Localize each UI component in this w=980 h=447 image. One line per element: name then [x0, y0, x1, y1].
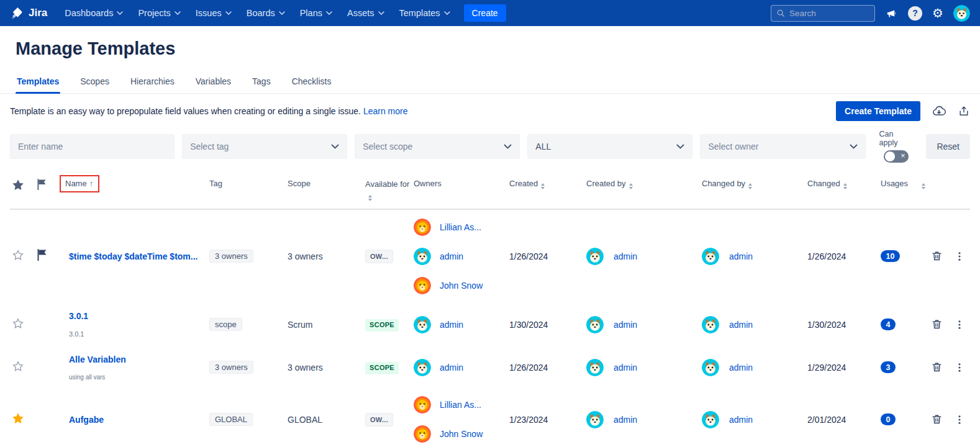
changed-by-avatar — [702, 359, 719, 376]
tab-tags[interactable]: Tags — [251, 73, 272, 93]
owner-link[interactable]: admin — [440, 363, 463, 372]
table-row: Alle Variablen using all vars 3 owners 3… — [10, 346, 970, 389]
tab-checklists[interactable]: Checklists — [291, 73, 333, 93]
nav-plans[interactable]: Plans — [300, 8, 332, 18]
learn-more-link[interactable]: Learn more — [363, 106, 408, 116]
available-for-column-header[interactable]: Available for — [365, 179, 409, 189]
global-search[interactable] — [771, 5, 875, 22]
tab-templates[interactable]: Templates — [16, 73, 60, 93]
announcement-icon[interactable] — [885, 7, 898, 19]
user-avatar[interactable] — [953, 5, 970, 22]
sort-ascending-icon: ↑ — [89, 179, 93, 188]
tag-column-header: Tag — [209, 179, 222, 188]
star-icon[interactable] — [12, 364, 24, 374]
tab-scopes[interactable]: Scopes — [79, 73, 111, 93]
jira-logo[interactable]: Jira — [10, 6, 47, 20]
star-icon[interactable] — [12, 253, 24, 263]
template-name-link[interactable]: $time $today $dateTime $tom... — [69, 251, 209, 261]
created-by-link[interactable]: admin — [614, 320, 637, 330]
owner-link[interactable]: Lillian As... — [440, 222, 481, 232]
changed-by-avatar — [702, 411, 719, 428]
tag-chip: scope — [209, 318, 242, 331]
changed-by-link[interactable]: admin — [729, 363, 753, 372]
nav-projects[interactable]: Projects — [138, 8, 180, 18]
changed-column-header[interactable]: Changed — [807, 179, 840, 188]
tab-variables[interactable]: Variables — [194, 73, 232, 93]
delete-button[interactable] — [931, 318, 943, 330]
create-button[interactable]: Create — [464, 4, 506, 22]
more-actions-button[interactable] — [954, 362, 965, 373]
available-for-badge: OW... — [365, 250, 393, 263]
table-header-row: Name↑ Tag Scope Available for Owners Cre… — [10, 171, 970, 210]
changed-by-avatar — [702, 248, 719, 265]
description-row: Template is an easy way to prepopulate f… — [10, 101, 970, 121]
usages-badge: 3 — [881, 361, 896, 373]
settings-gear-icon[interactable]: ⚙ — [932, 7, 943, 19]
owner-link[interactable]: admin — [440, 320, 463, 330]
star-column-header-icon[interactable] — [12, 184, 24, 193]
template-name-link[interactable]: Alle Variablen — [69, 354, 209, 364]
changed-by-column-header[interactable]: Changed by — [702, 179, 745, 188]
flag-icon[interactable] — [37, 252, 47, 263]
template-name-link[interactable]: 3.0.1 — [69, 311, 209, 321]
changed-by-avatar — [702, 316, 719, 333]
nav-boards[interactable]: Boards — [247, 8, 285, 18]
owner-avatar — [414, 248, 431, 265]
name-filter-input[interactable] — [18, 142, 166, 151]
owner-avatar — [414, 425, 431, 443]
available-filter-select[interactable]: ALL — [527, 134, 692, 159]
table-row: $time $today $dateTime $tom... 3 owners … — [10, 210, 970, 303]
usages-column-header[interactable]: Usages — [881, 179, 908, 188]
name-filter[interactable] — [10, 134, 175, 159]
reset-button[interactable]: Reset — [926, 134, 970, 159]
nav-issues[interactable]: Issues — [196, 8, 232, 18]
export-icon[interactable] — [958, 104, 970, 118]
search-input[interactable] — [789, 9, 869, 18]
owner: admin — [414, 248, 509, 265]
more-actions-button[interactable] — [954, 251, 965, 262]
more-actions-button[interactable] — [954, 319, 965, 330]
chevron-down-icon — [444, 11, 450, 15]
created-by-avatar — [586, 411, 604, 428]
import-cloud-icon[interactable] — [932, 104, 946, 118]
created-column-header[interactable]: Created — [509, 179, 538, 188]
chevron-down-icon — [117, 11, 123, 15]
chevron-down-icon — [676, 144, 684, 149]
flag-column-header-icon[interactable] — [37, 183, 47, 192]
more-actions-button[interactable] — [954, 414, 965, 425]
delete-button[interactable] — [931, 413, 943, 425]
star-icon[interactable] — [12, 416, 24, 427]
available-for-badge: SCOPE — [365, 362, 399, 374]
changed-date: 2/01/2024 — [807, 415, 846, 425]
changed-by-link[interactable]: admin — [729, 415, 753, 425]
nav-templates[interactable]: Templates — [399, 8, 450, 18]
created-by-link[interactable]: admin — [614, 415, 637, 425]
created-by-column-header[interactable]: Created by — [586, 179, 626, 188]
create-template-button[interactable]: Create Template — [836, 101, 920, 121]
can-apply-toggle[interactable]: × — [884, 150, 909, 163]
created-by-link[interactable]: admin — [614, 251, 637, 261]
created-by-link[interactable]: admin — [614, 363, 637, 372]
scope-filter-select[interactable]: Select scope — [355, 134, 520, 159]
delete-button[interactable] — [931, 361, 943, 373]
page-description: Template is an easy way to prepopulate f… — [10, 106, 407, 116]
created-date: 1/30/2024 — [509, 320, 548, 330]
owner-link[interactable]: John Snow — [440, 429, 483, 439]
tab-hierarchies[interactable]: Hierarchies — [129, 73, 176, 93]
template-name-link[interactable]: Aufgabe — [69, 415, 209, 425]
owner-filter-select[interactable]: Select owner — [700, 134, 865, 159]
nav-assets[interactable]: Assets — [347, 8, 384, 18]
changed-by-link[interactable]: admin — [729, 251, 753, 261]
nav-dashboards[interactable]: Dashboards — [65, 8, 123, 18]
chevron-down-icon — [279, 11, 285, 15]
available-for-badge: OW... — [365, 413, 393, 427]
owner-link[interactable]: John Snow — [440, 281, 483, 291]
delete-button[interactable] — [931, 250, 943, 262]
tag-filter-select[interactable]: Select tag — [182, 134, 347, 159]
star-icon[interactable] — [12, 321, 24, 332]
name-column-header[interactable]: Name — [65, 179, 87, 188]
changed-by-link[interactable]: admin — [729, 320, 753, 330]
owner-link[interactable]: admin — [440, 251, 463, 261]
help-icon[interactable]: ? — [908, 6, 922, 20]
owner-link[interactable]: Lillian As... — [440, 400, 481, 410]
